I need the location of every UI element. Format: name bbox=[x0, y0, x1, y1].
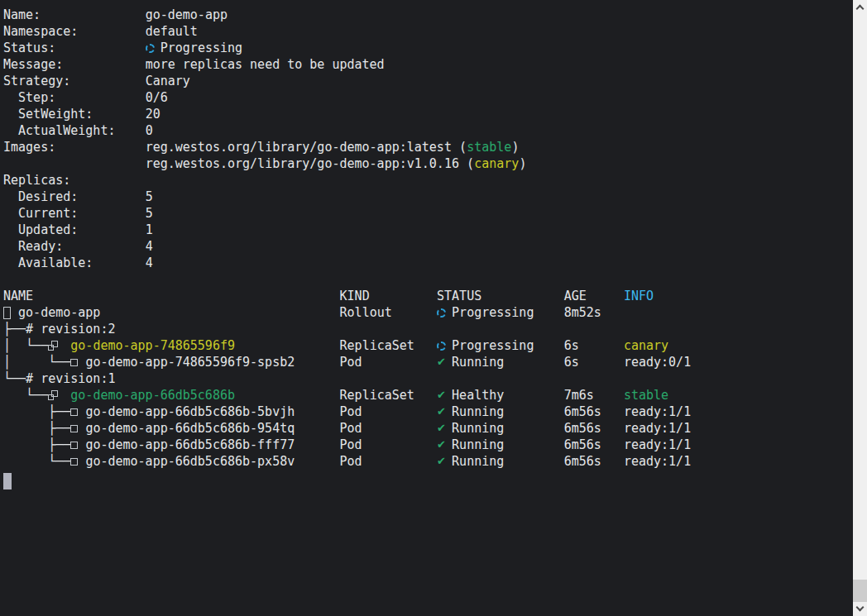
progressing-icon bbox=[146, 44, 155, 53]
kind-cell: ReplicaSet bbox=[340, 337, 414, 354]
summary-value: reg.westos.org/library/go-demo-app:lates… bbox=[146, 139, 467, 155]
status-cell: Running bbox=[452, 404, 504, 420]
info-cell: ready:1/1 bbox=[624, 420, 691, 437]
image-tag: canary bbox=[474, 155, 519, 172]
summary-label: Current: bbox=[3, 205, 78, 222]
resource-name: go-demo-app-66db5c686b-954tq bbox=[85, 420, 295, 437]
status-cell: Running bbox=[452, 437, 504, 453]
tree-prefix: ├── bbox=[48, 420, 70, 437]
summary-label: Available: bbox=[3, 255, 93, 271]
resource-name: go-demo-app-66db5c686b-5bvjh bbox=[85, 404, 295, 420]
tree-prefix: ├── bbox=[48, 404, 70, 420]
summary-value: Canary bbox=[146, 73, 190, 89]
tree-prefix: └── bbox=[48, 453, 70, 470]
age-cell: 6m56s bbox=[564, 453, 601, 470]
check-icon: ✔ bbox=[437, 387, 446, 404]
age-cell: 6m56s bbox=[564, 437, 601, 453]
table-header: STATUS bbox=[437, 288, 481, 304]
summary-label: Ready: bbox=[3, 238, 63, 255]
status-cell: Progressing bbox=[452, 304, 534, 321]
info-cell: ready:1/1 bbox=[624, 437, 691, 453]
summary-value: default bbox=[146, 23, 198, 40]
age-cell: 6s bbox=[564, 354, 579, 370]
summary-label: Desired: bbox=[3, 189, 78, 205]
progressing-icon bbox=[437, 341, 446, 351]
terminal-cursor bbox=[3, 473, 12, 489]
tree-prefix: └──# revision:1 bbox=[3, 370, 115, 387]
summary-label: Message: bbox=[3, 56, 63, 73]
scrollbar-thumb[interactable] bbox=[853, 580, 867, 602]
table-header: NAME bbox=[3, 288, 33, 304]
tree-prefix: └── bbox=[26, 387, 48, 404]
tree-prefix: ├── bbox=[48, 437, 70, 453]
summary-value: 5 bbox=[146, 189, 153, 205]
rollout-icon bbox=[3, 307, 11, 319]
check-icon: ✔ bbox=[437, 437, 446, 453]
summary-label: SetWeight: bbox=[3, 106, 93, 122]
terminal-output[interactable]: Name:go-demo-appNamespace:defaultStatus:… bbox=[0, 0, 853, 616]
chevron-down-icon bbox=[856, 604, 865, 612]
replicaset-icon bbox=[48, 390, 59, 401]
info-cell: canary bbox=[624, 337, 668, 354]
status-cell: Running bbox=[452, 354, 504, 370]
summary-value: more replicas need to be updated bbox=[146, 56, 385, 73]
summary-label: Replicas: bbox=[3, 172, 70, 189]
resource-name: go-demo-app-66db5c686b-fff77 bbox=[85, 437, 295, 453]
summary-value: 4 bbox=[146, 255, 153, 271]
summary-value: Progressing bbox=[160, 40, 242, 56]
summary-value: 0/6 bbox=[146, 89, 168, 106]
check-icon: ✔ bbox=[437, 404, 446, 420]
info-cell: stable bbox=[624, 387, 668, 404]
check-icon: ✔ bbox=[437, 420, 446, 437]
summary-value: 4 bbox=[146, 238, 153, 255]
pod-icon bbox=[70, 425, 78, 432]
summary-value: 0 bbox=[146, 122, 153, 139]
summary-label: Step: bbox=[3, 89, 55, 106]
chevron-up-icon bbox=[856, 5, 865, 13]
kind-cell: Pod bbox=[340, 404, 362, 420]
scroll-up-button[interactable] bbox=[853, 0, 867, 14]
age-cell: 7m6s bbox=[564, 387, 594, 404]
kind-cell: Pod bbox=[340, 420, 362, 437]
summary-label: Images: bbox=[3, 139, 55, 155]
summary-label: Name: bbox=[3, 7, 41, 23]
summary-label: Updated: bbox=[3, 222, 78, 238]
check-icon: ✔ bbox=[437, 453, 446, 470]
resource-name: go-demo-app-66db5c686b bbox=[70, 387, 235, 404]
summary-value: ) bbox=[519, 155, 526, 172]
summary-value: go-demo-app bbox=[146, 7, 228, 23]
pod-icon bbox=[70, 408, 78, 416]
summary-value: ) bbox=[511, 139, 519, 155]
kind-cell: ReplicaSet bbox=[340, 387, 414, 404]
summary-value: 20 bbox=[146, 106, 160, 122]
scroll-down-button[interactable] bbox=[853, 602, 867, 616]
summary-label: Strategy: bbox=[3, 73, 70, 89]
status-cell: Running bbox=[452, 420, 504, 437]
table-header: INFO bbox=[624, 288, 654, 304]
resource-name: go-demo-app-74865596f9 bbox=[70, 337, 235, 354]
tree-prefix: │ └── bbox=[3, 337, 48, 354]
summary-label: Status: bbox=[3, 40, 55, 56]
resource-name: go-demo-app bbox=[18, 304, 100, 321]
scrollbar-track[interactable] bbox=[853, 0, 867, 616]
resource-name: go-demo-app-74865596f9-spsb2 bbox=[85, 354, 295, 370]
status-cell: Running bbox=[452, 453, 504, 470]
image-tag: stable bbox=[467, 139, 511, 155]
kind-cell: Pod bbox=[340, 453, 362, 470]
info-cell: ready:0/1 bbox=[624, 354, 691, 370]
summary-label: ActualWeight: bbox=[3, 122, 115, 139]
status-cell: Progressing bbox=[452, 337, 534, 354]
info-cell: ready:1/1 bbox=[624, 404, 691, 420]
kind-cell: Pod bbox=[340, 354, 362, 370]
info-cell: ready:1/1 bbox=[624, 453, 691, 470]
status-cell: Healthy bbox=[452, 387, 504, 404]
progressing-icon bbox=[437, 308, 446, 318]
summary-value: 1 bbox=[146, 222, 153, 238]
resource-name: go-demo-app-66db5c686b-px58v bbox=[85, 453, 295, 470]
table-header: KIND bbox=[340, 288, 370, 304]
check-icon: ✔ bbox=[437, 354, 446, 370]
age-cell: 6m56s bbox=[564, 420, 601, 437]
tree-prefix: ├──# revision:2 bbox=[3, 321, 115, 337]
pod-icon bbox=[70, 442, 78, 449]
age-cell: 6m56s bbox=[564, 404, 601, 420]
